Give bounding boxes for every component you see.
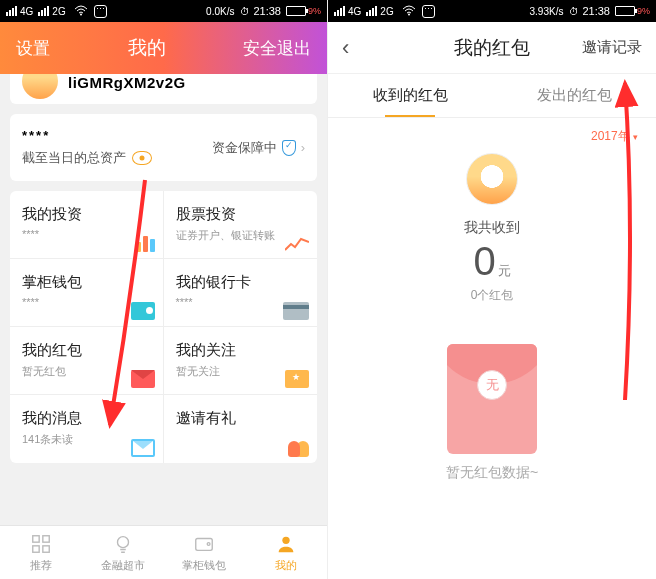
- chevron-down-icon: ▾: [633, 132, 638, 142]
- people-icon: [288, 441, 309, 457]
- back-icon[interactable]: ‹: [342, 35, 349, 61]
- segment-control: 收到的红包 发出的红包: [328, 74, 656, 118]
- card-icon: [283, 302, 309, 320]
- tab-recommend[interactable]: 推荐: [0, 526, 82, 579]
- year-filter[interactable]: 2017年 ▾: [328, 118, 656, 147]
- svg-rect-4: [43, 545, 49, 551]
- settings-link[interactable]: 设置: [16, 37, 50, 60]
- battery-pct: 9%: [637, 6, 650, 16]
- logout-link[interactable]: 安全退出: [243, 37, 311, 60]
- cell-follow[interactable]: 我的关注 暂无关注: [164, 327, 318, 395]
- avatar-icon: [22, 74, 58, 99]
- network-label-1: 4G: [348, 6, 361, 17]
- network-label-2: 2G: [380, 6, 393, 17]
- tab-bar: 推荐 金融超市 掌柜钱包 我的: [0, 525, 327, 579]
- amount-value: 0: [473, 239, 495, 283]
- battery-icon: [615, 6, 635, 16]
- alarm-icon: ⏱: [240, 6, 250, 17]
- message-icon: [94, 5, 107, 18]
- net-speed: 0.0K/s: [206, 6, 234, 17]
- tab-label: 掌柜钱包: [182, 558, 226, 573]
- wifi-icon: [402, 5, 416, 18]
- svg-point-9: [408, 13, 410, 15]
- envelope-icon: [131, 370, 155, 388]
- cell-wallet[interactable]: 掌柜钱包 ****: [10, 259, 164, 327]
- trend-icon: [285, 236, 309, 252]
- asset-amount-hidden: ****: [22, 128, 152, 143]
- empty-coin-label: 无: [477, 370, 507, 400]
- svg-point-8: [282, 536, 289, 543]
- tab-label: 金融超市: [101, 558, 145, 573]
- cell-title: 掌柜钱包: [22, 273, 151, 292]
- cell-title: 邀请有礼: [176, 409, 306, 428]
- cell-invite[interactable]: 邀请有礼: [164, 395, 318, 463]
- cell-stock-invest[interactable]: 股票投资 证券开户、银证转账: [164, 191, 318, 259]
- phone-right: 4G 2G 3.93K/s ⏱ 21:38 9% ‹ 我的红包 邀请记录 收到的…: [328, 0, 656, 579]
- svg-rect-3: [33, 545, 39, 551]
- wallet-tab-icon: [193, 533, 215, 555]
- tab-label: 我的: [275, 558, 297, 573]
- person-icon: [275, 533, 297, 555]
- status-bar: 4G 2G 0.0K/s ⏱ 21:38 9%: [0, 0, 327, 22]
- summary-block: 我共收到 0元 0个红包: [328, 147, 656, 324]
- signal-icon-2: [366, 6, 377, 16]
- cell-title: 我的银行卡: [176, 273, 306, 292]
- body: liGMRgXM2v2G **** 截至当日的总资产 资金保障中 ›: [0, 74, 327, 579]
- lightbulb-icon: [112, 533, 134, 555]
- page-title: 我的: [128, 35, 166, 61]
- feature-grid: 我的投资 **** 股票投资 证券开户、银证转账 掌柜钱包 **** 我的银行卡…: [10, 191, 317, 463]
- cell-title: 我的消息: [22, 409, 151, 428]
- svg-rect-2: [43, 535, 49, 541]
- svg-rect-1: [33, 535, 39, 541]
- status-bar: 4G 2G 3.93K/s ⏱ 21:38 9%: [328, 0, 656, 22]
- mail-icon: [131, 439, 155, 457]
- amount-unit: 元: [498, 263, 511, 278]
- clock-time: 21:38: [253, 5, 281, 17]
- signal-icon-2: [38, 6, 49, 16]
- asset-label: 截至当日的总资产: [22, 149, 126, 167]
- header: ‹ 我的红包 邀请记录: [328, 22, 656, 74]
- cell-title: 我的关注: [176, 341, 306, 360]
- packet-count: 0个红包: [328, 287, 656, 304]
- shield-icon: [282, 140, 296, 156]
- seg-sent[interactable]: 发出的红包: [492, 74, 656, 117]
- tab-market[interactable]: 金融超市: [82, 526, 164, 579]
- empty-text: 暂无红包数据~: [328, 464, 656, 482]
- grid-icon: [30, 533, 52, 555]
- svg-point-5: [117, 536, 128, 547]
- cell-title: 我的投资: [22, 205, 151, 224]
- guard-label: 资金保障中: [212, 139, 277, 157]
- empty-envelope-icon: 无: [447, 344, 537, 454]
- avatar-icon: [466, 153, 518, 205]
- invite-log-link[interactable]: 邀请记录: [582, 38, 642, 57]
- tab-wallet[interactable]: 掌柜钱包: [164, 526, 246, 579]
- tab-mine[interactable]: 我的: [245, 526, 327, 579]
- battery-icon: [286, 6, 306, 16]
- svg-point-0: [80, 13, 82, 15]
- seg-received[interactable]: 收到的红包: [328, 74, 492, 117]
- cell-red-packet[interactable]: 我的红包 暂无红包: [10, 327, 164, 395]
- username: liGMRgXM2v2G: [68, 74, 186, 91]
- cell-bank-card[interactable]: 我的银行卡 ****: [164, 259, 318, 327]
- bars-icon: [136, 236, 155, 252]
- message-icon: [422, 5, 435, 18]
- eye-icon[interactable]: [132, 151, 152, 165]
- cell-sub: ****: [22, 228, 151, 240]
- cell-title: 我的红包: [22, 341, 151, 360]
- phone-left: 4G 2G 0.0K/s ⏱ 21:38 9% 设置 我的 安全退出 liGMR…: [0, 0, 328, 579]
- asset-card[interactable]: **** 截至当日的总资产 资金保障中 ›: [10, 114, 317, 181]
- svg-point-7: [208, 542, 211, 545]
- header: 设置 我的 安全退出: [0, 22, 327, 74]
- alarm-icon: ⏱: [569, 6, 579, 17]
- cell-my-invest[interactable]: 我的投资 ****: [10, 191, 164, 259]
- signal-icon: [334, 6, 345, 16]
- tab-label: 推荐: [30, 558, 52, 573]
- network-label-2: 2G: [52, 6, 65, 17]
- network-label-1: 4G: [20, 6, 33, 17]
- cell-title: 股票投资: [176, 205, 306, 224]
- battery-pct: 9%: [308, 6, 321, 16]
- net-speed: 3.93K/s: [530, 6, 564, 17]
- cell-messages[interactable]: 我的消息 141条未读: [10, 395, 164, 463]
- chevron-right-icon: ›: [301, 140, 305, 155]
- user-card[interactable]: liGMRgXM2v2G: [10, 74, 317, 104]
